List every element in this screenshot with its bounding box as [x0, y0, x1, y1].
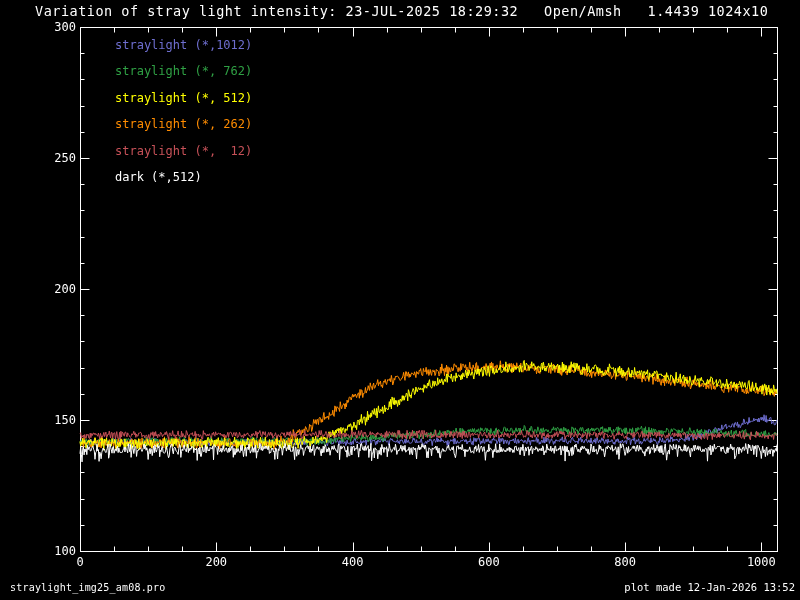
plot-title: Variation of stray light intensity: 23-J…: [35, 3, 768, 19]
x-tick-label: 200: [192, 555, 240, 569]
legend-item: straylight (*, 262): [115, 111, 252, 137]
y-tick-label: 100: [0, 544, 76, 558]
y-tick-label: 200: [0, 282, 76, 296]
plot-made-timestamp: plot made 12-Jan-2026 13:52: [624, 581, 795, 593]
legend-item: straylight (*, 12): [115, 138, 252, 164]
x-tick-label: 1000: [737, 555, 785, 569]
x-tick-label: 800: [601, 555, 649, 569]
x-tick-label: 400: [329, 555, 377, 569]
x-axis-tick-labels: 02004006008001000: [0, 555, 800, 571]
legend-item: straylight (*, 762): [115, 58, 252, 84]
plot-window: { "title": "Variation of stray light int…: [0, 0, 800, 600]
y-tick-label: 300: [0, 20, 76, 34]
legend-item: straylight (*,1012): [115, 32, 252, 58]
x-tick-label: 600: [465, 555, 513, 569]
y-tick-label: 150: [0, 413, 76, 427]
y-tick-label: 250: [0, 151, 76, 165]
script-filename: straylight_img25_am08.pro: [10, 582, 166, 593]
y-axis-tick-labels: 100150200250300: [0, 0, 76, 600]
legend-item: straylight (*, 512): [115, 85, 252, 111]
legend-item: dark (*,512): [115, 164, 252, 190]
legend: straylight (*,1012)straylight (*, 762)st…: [115, 32, 252, 190]
